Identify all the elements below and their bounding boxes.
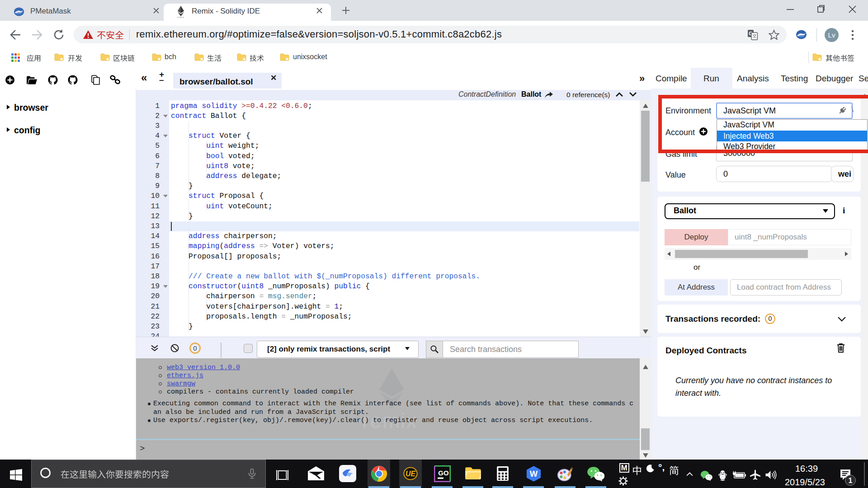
svg-text:W: W bbox=[530, 469, 538, 479]
svg-text:UE: UE bbox=[406, 470, 415, 478]
svg-text:GO: GO bbox=[438, 469, 449, 477]
svg-text:remix: remix bbox=[177, 16, 184, 19]
